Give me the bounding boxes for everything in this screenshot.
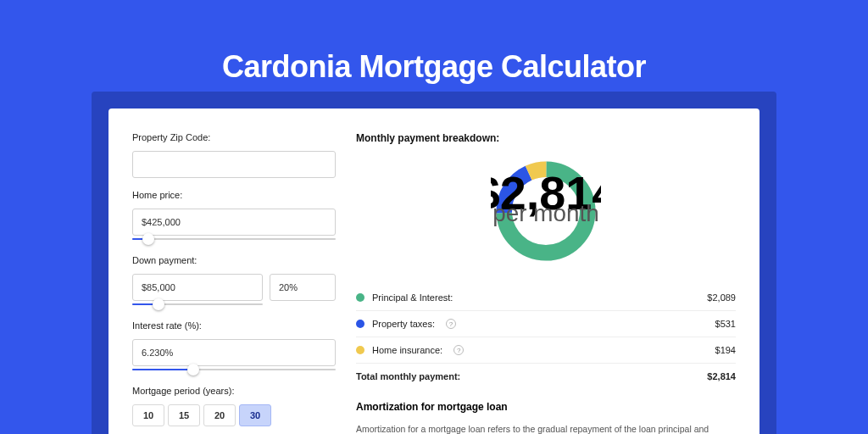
legend-row-insurance: Home insurance: ? $194 (356, 337, 736, 363)
period-option-30[interactable]: 30 (239, 404, 271, 426)
total-amount: $2,814 (707, 371, 736, 381)
home-price-input[interactable] (132, 209, 336, 236)
legend-label: Property taxes: (372, 319, 435, 329)
down-payment-label: Down payment: (132, 255, 336, 265)
input-column: Property Zip Code: Home price: Down paym… (132, 132, 336, 434)
legend-dot-icon (356, 293, 364, 302)
legend-amount: $531 (715, 319, 736, 329)
interest-label: Interest rate (%): (132, 320, 336, 331)
donut-chart: $2,814 per month (356, 156, 736, 266)
donut-svg: $2,814 per month (491, 156, 601, 266)
period-option-10[interactable]: 10 (132, 404, 164, 426)
legend-label: Home insurance: (372, 345, 442, 355)
home-price-slider[interactable] (132, 235, 336, 243)
breakdown-title: Monthly payment breakdown: (356, 132, 736, 144)
period-field: Mortgage period (years): 10 15 20 30 (132, 386, 336, 426)
home-price-field: Home price: (132, 190, 336, 243)
period-label: Mortgage period (years): (132, 386, 336, 396)
calculator-card: Property Zip Code: Home price: Down paym… (108, 108, 760, 434)
legend-row-taxes: Property taxes: ? $531 (356, 310, 736, 337)
legend-dot-icon (356, 320, 364, 328)
interest-input[interactable] (132, 339, 336, 366)
legend-row-principal: Principal & Interest: $2,089 (356, 285, 736, 310)
zip-label: Property Zip Code: (132, 132, 336, 142)
zip-input[interactable] (132, 151, 336, 178)
amortization-title: Amortization for mortgage loan (356, 401, 736, 413)
legend-amount: $194 (715, 345, 736, 355)
zip-field: Property Zip Code: (132, 132, 336, 178)
down-payment-pct-input[interactable] (270, 274, 336, 301)
info-icon[interactable]: ? (446, 319, 456, 329)
total-label: Total monthly payment: (356, 371, 460, 381)
legend-row-total: Total monthly payment: $2,814 (356, 363, 736, 389)
info-icon[interactable]: ? (453, 345, 464, 355)
down-payment-slider[interactable] (132, 300, 263, 309)
down-payment-input[interactable] (132, 274, 263, 301)
page-title: Cardonia Mortgage Calculator (0, 0, 868, 85)
legend-dot-icon (356, 346, 364, 354)
legend: Principal & Interest: $2,089 Property ta… (356, 285, 736, 389)
breakdown-column: Monthly payment breakdown: $2,814 per mo… (356, 132, 736, 434)
amortization-text: Amortization for a mortgage loan refers … (356, 423, 736, 434)
period-options: 10 15 20 30 (132, 404, 336, 426)
app-root: Cardonia Mortgage Calculator Property Zi… (0, 0, 868, 434)
period-option-20[interactable]: 20 (203, 404, 236, 426)
slider-thumb[interactable] (153, 298, 164, 310)
legend-label: Principal & Interest: (372, 292, 453, 303)
slider-thumb[interactable] (187, 364, 199, 376)
interest-field: Interest rate (%): (132, 320, 336, 374)
period-option-15[interactable]: 15 (168, 404, 200, 426)
down-payment-field: Down payment: (132, 255, 336, 309)
home-price-label: Home price: (132, 190, 336, 200)
legend-amount: $2,089 (707, 292, 736, 303)
interest-slider[interactable] (132, 365, 336, 374)
slider-thumb[interactable] (142, 233, 154, 245)
donut-center-sub: per month (492, 200, 598, 226)
